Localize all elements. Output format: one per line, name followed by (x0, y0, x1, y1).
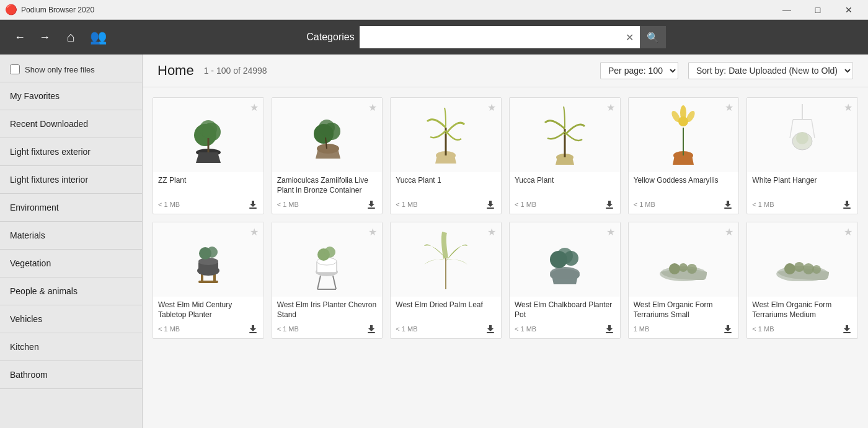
svg-line-41 (317, 276, 321, 289)
download-button[interactable] (841, 199, 852, 210)
sidebar-item-kitchen[interactable]: Kitchen (0, 333, 142, 361)
download-button[interactable] (247, 323, 259, 334)
grid-item[interactable]: ★Yellow Goddess Amaryllis< 1 MB (628, 97, 740, 214)
favorite-star[interactable]: ★ (250, 102, 259, 113)
toolbar-spacer: Categories ✕ 🔍 (114, 26, 858, 48)
svg-point-9 (319, 120, 335, 136)
back-button[interactable]: ← (10, 27, 30, 47)
forward-button[interactable]: → (35, 27, 55, 47)
maximize-button[interactable]: □ (804, 0, 832, 20)
grid-item-footer: < 1 MB (153, 321, 264, 338)
favorite-star[interactable]: ★ (250, 226, 259, 238)
grid-item-footer: < 1 MB (747, 321, 857, 338)
favorite-star[interactable]: ★ (725, 102, 733, 113)
user-button[interactable]: 👥 (87, 26, 109, 48)
grid-item[interactable]: ★West Elm Chalkboard Planter Pot< 1 MB (509, 222, 621, 339)
grid-item[interactable]: ★West Elm Organic Form Terrariums Medium… (746, 222, 858, 339)
download-button[interactable] (604, 199, 615, 210)
home-button[interactable]: ⌂ (60, 26, 82, 48)
app-icon: 🔴 (5, 4, 17, 15)
sidebar-item-environment[interactable]: Environment (0, 194, 142, 222)
sidebar-item-vehicles[interactable]: Vehicles (0, 305, 142, 333)
sidebar-item-light-fixtures-exterior[interactable]: Light fixtures exterior (0, 138, 142, 166)
grid-item[interactable]: ★White Plant Hanger< 1 MB (746, 97, 858, 214)
sidebar-item-bathroom[interactable]: Bathroom (0, 361, 142, 389)
grid-item-footer: < 1 MB (391, 321, 501, 338)
favorite-star[interactable]: ★ (368, 226, 377, 238)
download-button[interactable] (485, 199, 496, 210)
free-files-checkbox[interactable] (10, 64, 20, 74)
download-button[interactable] (604, 323, 615, 334)
favorite-star[interactable]: ★ (487, 102, 496, 113)
grid-item[interactable]: ★ZZ Plant< 1 MB (153, 97, 264, 214)
grid-item-image: ★ (153, 98, 264, 172)
svg-point-56 (557, 248, 573, 264)
grid-item[interactable]: ★West Elm Dried Palm Leaf< 1 MB (390, 222, 502, 339)
minimize-button[interactable]: — (773, 0, 801, 20)
sidebar-item-light-fixtures-interior[interactable]: Light fixtures interior (0, 166, 142, 194)
sort-select[interactable]: Sort by: Date Uploaded (New to Old) Sort… (688, 62, 853, 79)
grid-item[interactable]: ★Yucca Plant< 1 MB (509, 97, 621, 214)
download-button[interactable] (722, 323, 733, 334)
grid-item-size: < 1 MB (396, 201, 417, 208)
grid-item-name: Yucca Plant (510, 172, 620, 192)
window-controls: — □ ✕ (773, 0, 863, 20)
grid-item-size: < 1 MB (158, 201, 180, 208)
favorite-star[interactable]: ★ (606, 226, 615, 238)
svg-rect-17 (606, 207, 613, 209)
grid-item[interactable]: ★Yucca Plant 1< 1 MB (390, 97, 502, 214)
grid-item-name: West Elm Organic Form Terrariums Small (629, 297, 739, 321)
grid-item[interactable]: ★West Elm Iris Planter Chevron Stand< 1 … (272, 222, 383, 339)
grid-item-image: ★ (510, 98, 620, 172)
svg-line-42 (333, 276, 336, 289)
download-button[interactable] (247, 199, 259, 210)
svg-line-27 (790, 120, 793, 138)
free-files-filter[interactable]: Show only free files (0, 55, 142, 82)
download-button[interactable] (366, 199, 377, 210)
search-go-button[interactable]: 🔍 (640, 26, 666, 48)
favorite-star[interactable]: ★ (487, 226, 496, 238)
svg-point-39 (206, 247, 218, 258)
sidebar-item-recent-downloaded[interactable]: Recent Downloaded (0, 110, 142, 138)
grid-item-image: ★ (272, 98, 383, 172)
svg-point-3 (200, 120, 217, 138)
svg-rect-62 (724, 332, 732, 333)
sidebar-item-materials[interactable]: Materials (0, 222, 142, 250)
favorite-star[interactable]: ★ (844, 226, 852, 238)
per-page-select[interactable]: Per page: 100 Per page: 50 Per page: 25 (600, 62, 678, 79)
download-button[interactable] (485, 323, 496, 334)
grid-item-size: < 1 MB (277, 325, 299, 333)
sidebar-item-my-favorites[interactable]: My Favorites (0, 82, 142, 110)
sidebar-item-vegetation[interactable]: Vegetation (0, 250, 142, 277)
grid-item-name: West Elm Mid Century Tabletop Planter (153, 297, 264, 321)
favorite-star[interactable]: ★ (725, 226, 733, 238)
search-input[interactable] (360, 26, 620, 48)
svg-point-30 (796, 132, 808, 144)
favorite-star[interactable]: ★ (368, 102, 377, 113)
grid-item[interactable]: ★West Elm Mid Century Tabletop Planter< … (153, 222, 264, 339)
download-button[interactable] (722, 199, 733, 210)
grid-item[interactable]: ★Zamioculcas Zamiifolia Live Plant in Br… (272, 97, 383, 214)
free-files-label[interactable]: Show only free files (25, 65, 95, 74)
grid-item-name: West Elm Organic Form Terrariums Medium (747, 297, 857, 321)
grid-item[interactable]: ★West Elm Organic Form Terrariums Small1… (628, 222, 740, 339)
download-button[interactable] (841, 323, 852, 334)
svg-rect-57 (606, 332, 613, 333)
title-bar: 🔴 Podium Browser 2020 — □ ✕ (0, 0, 868, 20)
svg-point-53 (550, 267, 580, 279)
favorite-star[interactable]: ★ (844, 102, 852, 113)
sidebar-item-people-animals[interactable]: People & animals (0, 277, 142, 305)
svg-rect-11 (368, 207, 375, 209)
grid-item-name: Yellow Goddess Amaryllis (629, 172, 739, 192)
download-button[interactable] (366, 323, 377, 334)
grid-item-size: < 1 MB (634, 201, 655, 208)
grid-item-image: ★ (272, 222, 383, 297)
grid-item-size: < 1 MB (515, 201, 536, 208)
content-title: Home (157, 63, 194, 79)
svg-rect-49 (368, 332, 375, 333)
favorite-star[interactable]: ★ (606, 102, 615, 113)
svg-point-60 (679, 263, 688, 272)
search-clear-button[interactable]: ✕ (620, 26, 640, 48)
close-button[interactable]: ✕ (835, 0, 863, 20)
content-area: Home 1 - 100 of 24998 Per page: 100 Per … (143, 55, 868, 428)
